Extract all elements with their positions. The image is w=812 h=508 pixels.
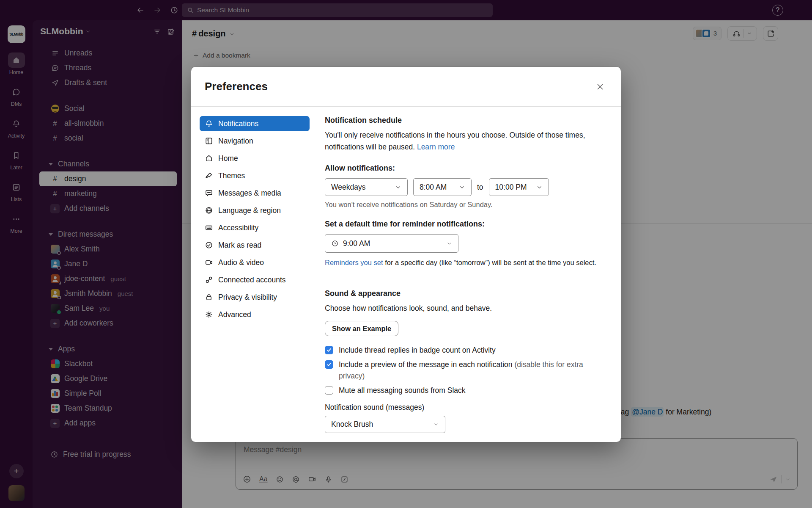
tab-label: Advanced [218,310,251,319]
tab-notifications[interactable]: Notifications [200,116,310,131]
bell-icon [205,119,213,128]
link-icon [205,276,213,284]
reminder-time-select[interactable]: 9:00 AM [325,234,458,253]
tab-label: Themes [218,171,245,180]
tab-label: Home [218,154,238,163]
notification-days-select[interactable]: Weekdays [325,178,408,196]
learn-more-link[interactable]: Learn more [417,143,455,151]
close-button[interactable] [593,80,607,94]
chevron-down-icon [536,184,543,190]
tab-mark-as-read[interactable]: Mark as read [200,237,310,253]
check-icon [326,362,332,367]
section-divider [325,278,606,278]
tab-messages-media[interactable]: Messages & media [200,185,310,201]
selected-value: Weekdays [331,183,365,192]
checkbox-checked-icon[interactable] [325,346,333,354]
tab-label: Messages & media [218,189,281,198]
gear-icon [205,310,213,319]
sound-appearance-heading: Sound & appearance [325,289,606,298]
notification-schedule-heading: Notification schedule [325,116,606,125]
selected-value: 10:00 PM [495,183,527,192]
checkbox-label: Mute all messaging sounds from Slack [339,385,466,396]
check-icon [326,347,332,353]
clock-icon [331,240,339,247]
checkbox-unchecked-icon[interactable] [325,386,333,395]
globe-icon [205,206,213,215]
reminder-note: Reminders you set for a specific day (li… [325,259,606,267]
keyboard-icon [205,224,213,232]
tab-advanced[interactable]: Advanced [200,307,310,322]
chevron-down-icon [447,241,452,246]
checkbox-thread-replies[interactable]: Include thread replies in badge count on… [325,345,600,356]
tab-label: Mark as read [218,241,261,250]
checkbox-message-preview[interactable]: Include a preview of the message in each… [325,359,600,382]
weekend-note: You won't receive notifications on Satur… [325,201,606,209]
tab-privacy-visibility[interactable]: Privacy & visibility [200,290,310,305]
reminders-you-set-link[interactable]: Reminders you set [325,259,383,266]
checkbox-label-wrap: Include a preview of the message in each… [339,359,600,382]
home-icon [205,154,213,163]
brush-icon [205,171,213,180]
notification-checkboxes: Include thread replies in badge count on… [325,345,606,396]
sound-appearance-description: Choose how notifications look, sound, an… [325,302,600,314]
check-circle-icon [205,241,213,249]
allow-notifications-label: Allow notifications: [325,164,606,173]
chevron-down-icon [459,184,465,190]
tab-language-region[interactable]: Language & region [200,203,310,218]
notification-schedule-description: You'll only receive notifications in the… [325,129,600,153]
end-time-select[interactable]: 10:00 PM [489,178,549,196]
tab-home[interactable]: Home [200,151,310,166]
chevron-down-icon [395,184,401,190]
selected-value: 8:00 AM [420,183,447,192]
checkbox-checked-icon[interactable] [325,360,333,369]
tab-label: Navigation [218,137,253,146]
tab-themes[interactable]: Themes [200,168,310,183]
start-time-select[interactable]: 8:00 AM [413,178,472,196]
message-icon [205,189,213,197]
tab-label: Accessibility [218,224,258,232]
selected-value: Knock Brush [331,420,373,429]
notification-sound-select[interactable]: Knock Brush [325,416,445,433]
tab-audio-video[interactable]: Audio & video [200,255,310,270]
description-text: You'll only receive notifications in the… [325,131,585,151]
modal-title: Preferences [205,80,268,93]
preferences-nav: Notifications Navigation Home Themes Mes… [200,116,310,433]
show-example-button[interactable]: Show an Example [325,321,398,336]
chevron-down-icon [433,422,439,427]
tab-label: Connected accounts [218,276,286,284]
tab-label: Privacy & visibility [218,293,277,302]
tab-accessibility[interactable]: Accessibility [200,220,310,235]
tab-label: Language & region [218,206,281,215]
video-icon [205,258,213,267]
tab-connected-accounts[interactable]: Connected accounts [200,272,310,287]
tab-navigation[interactable]: Navigation [200,133,310,149]
checkbox-label: Include a preview of the message in each… [339,360,514,369]
tab-label: Notifications [218,119,258,128]
preferences-modal: Preferences Notifications Navigation Hom… [191,67,621,442]
tab-label: Audio & video [218,258,264,267]
reminder-time-label: Set a default time for reminder notifica… [325,220,606,229]
close-icon [595,82,605,91]
navigation-icon [205,137,213,145]
lock-icon [205,293,213,301]
selected-value: 9:00 AM [343,239,370,248]
checkbox-label: Include thread replies in badge count on… [339,345,496,356]
notifications-settings: Notification schedule You'll only receiv… [325,116,606,433]
reminder-note-text: for a specific day (like “tomorrow”) wil… [383,259,596,266]
notification-sound-label: Notification sound (messages) [325,403,606,412]
to-label: to [477,183,483,192]
checkbox-mute-sounds[interactable]: Mute all messaging sounds from Slack [325,385,600,396]
